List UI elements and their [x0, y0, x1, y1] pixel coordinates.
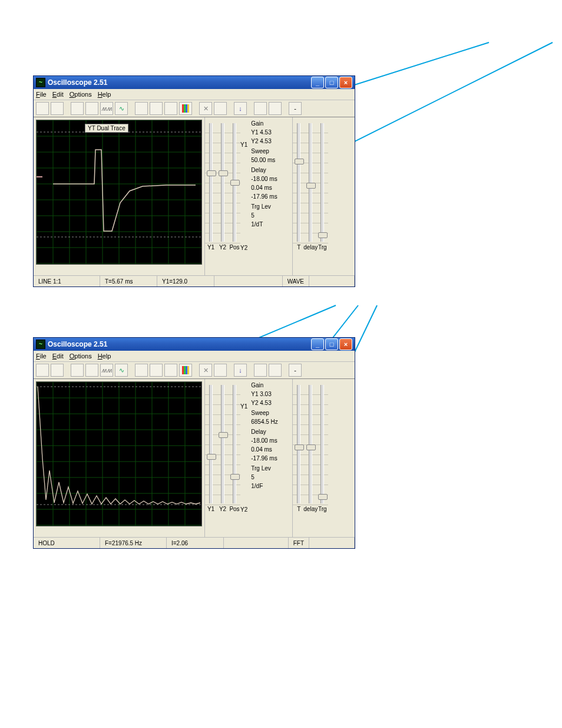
toolbar-button[interactable] [135, 102, 148, 115]
y2-gain-value: Y2 4.53 [251, 399, 291, 407]
scope-display[interactable]: YT Dual Trace [36, 120, 202, 265]
color-bars-icon[interactable] [179, 102, 192, 115]
trigger-header: Trg Lev [251, 465, 291, 473]
trigger-slider[interactable]: Trg [318, 120, 327, 252]
delay-slider[interactable]: delay [306, 381, 315, 513]
delay-value-1: -18.00 ms [251, 175, 291, 183]
statusbar: LINE 1:1 T=5.67 ms Y1=129.0 WAVE [34, 275, 355, 286]
app-icon: ~ [36, 78, 45, 87]
sine-wave-icon[interactable]: ∿ [115, 102, 128, 115]
toolbar-button[interactable] [85, 364, 98, 377]
oscilloscope-window-1: ~ Oscilloscope 2.51 _ □ × File Edit Opti… [33, 75, 355, 287]
delay-header: Delay [251, 428, 291, 436]
toolbar-button[interactable] [214, 364, 227, 377]
sine-wave-icon[interactable]: ∿ [115, 364, 128, 377]
toolbar-button[interactable] [214, 102, 227, 115]
toolbar-button[interactable] [164, 102, 177, 115]
trigger-value: 5 [251, 212, 291, 220]
y2-gain-value: Y2 4.53 [251, 137, 291, 146]
time-panel: T delay Trg [292, 117, 328, 275]
scope-display[interactable] [36, 381, 202, 526]
down-arrow-icon[interactable]: ↓ [234, 364, 247, 377]
toolbar-button[interactable]: - [289, 102, 302, 115]
status-displaymode: FFT [289, 538, 309, 548]
menu-help[interactable]: Help [98, 91, 111, 98]
crosshair-icon[interactable]: ✕ [199, 102, 212, 115]
toolbar-button[interactable] [36, 102, 49, 115]
crosshair-icon[interactable]: ✕ [199, 364, 212, 377]
y1-gain-value: Y1 3.03 [251, 390, 291, 398]
trigger-slider[interactable]: Trg [318, 381, 327, 513]
svg-line-1 [322, 42, 553, 158]
y1-gain-slider[interactable]: Y1 [206, 120, 216, 252]
toolbar-button[interactable] [150, 102, 163, 115]
timebase-slider[interactable]: T [294, 381, 303, 513]
delay-value-3: -17.96 ms [251, 193, 291, 201]
inv-df-label: 1/dF [251, 482, 291, 490]
maximize-button[interactable]: □ [325, 77, 338, 88]
app-icon: ~ [36, 340, 45, 349]
delay-header: Delay [251, 166, 291, 174]
toolbar-button[interactable] [71, 102, 84, 115]
menubar: File Edit Options Help [34, 351, 355, 362]
toolbar-button[interactable]: - [289, 364, 302, 377]
menu-options[interactable]: Options [70, 353, 92, 360]
toolbar: ʍʍ ∿ ✕ ↓ - [34, 100, 355, 117]
toolbar-button[interactable] [150, 364, 163, 377]
toolbar-button[interactable] [51, 364, 64, 377]
delay-value-2: 0.04 ms [251, 184, 291, 192]
status-time: T=5.67 ms [100, 276, 157, 286]
sweep-header: Sweep [251, 409, 291, 417]
trigger-value: 5 [251, 473, 291, 482]
delay-value-2: 0.04 ms [251, 446, 291, 454]
toolbar-button[interactable] [36, 364, 49, 377]
titlebar[interactable]: ~ Oscilloscope 2.51 _ □ × [34, 76, 355, 89]
menu-file[interactable]: File [36, 91, 47, 98]
trace-mode-label: YT Dual Trace [85, 124, 128, 133]
menu-edit[interactable]: Edit [52, 91, 64, 98]
pos-slider[interactable]: Pos [230, 381, 239, 513]
menu-options[interactable]: Options [70, 91, 92, 98]
gain-header: Gain [251, 381, 291, 390]
toolbar-button[interactable] [164, 364, 177, 377]
y2-gain-slider[interactable]: Y2 [218, 120, 227, 252]
gain-panel: Y1 Y2 Pos Y1Y2 [204, 379, 250, 537]
square-wave-icon[interactable]: ʍʍ [100, 364, 113, 377]
menu-help[interactable]: Help [98, 353, 111, 360]
menu-edit[interactable]: Edit [52, 353, 64, 360]
readout-panel: Gain Y1 4.53 Y2 4.53 Sweep 50.00 ms Dela… [250, 117, 292, 275]
status-i: I=2.06 [167, 538, 224, 548]
close-button[interactable]: × [339, 77, 352, 88]
minimize-button[interactable]: _ [311, 77, 324, 88]
titlebar[interactable]: ~ Oscilloscope 2.51 _ □ × [34, 338, 355, 351]
toolbar-button[interactable] [254, 102, 267, 115]
window-title: Oscilloscope 2.51 [48, 340, 107, 348]
gain-panel: Y1 Y2 Pos Y1Y2 [204, 117, 250, 275]
color-bars-icon[interactable] [179, 364, 192, 377]
toolbar-button[interactable] [269, 102, 282, 115]
y1-gain-slider[interactable]: Y1 [206, 381, 216, 513]
down-arrow-icon[interactable]: ↓ [234, 102, 247, 115]
status-freq: F=21976.5 Hz [100, 538, 167, 548]
time-panel: T delay Trg [292, 379, 328, 537]
toolbar-button[interactable] [71, 364, 84, 377]
toolbar-button[interactable] [135, 364, 148, 377]
toolbar-button[interactable] [85, 102, 98, 115]
timebase-slider[interactable]: T [294, 120, 303, 252]
menu-file[interactable]: File [36, 353, 47, 360]
gain-header: Gain [251, 120, 291, 128]
pos-slider[interactable]: Pos [230, 120, 239, 252]
toolbar-button[interactable] [269, 364, 282, 377]
sweep-header: Sweep [251, 147, 291, 156]
maximize-button[interactable]: □ [325, 338, 338, 350]
y2-gain-slider[interactable]: Y2 [218, 381, 227, 513]
trigger-header: Trg Lev [251, 203, 291, 211]
close-button[interactable]: × [339, 338, 352, 350]
toolbar-button[interactable] [51, 102, 64, 115]
delay-slider[interactable]: delay [306, 120, 315, 252]
toolbar-button[interactable] [254, 364, 267, 377]
minimize-button[interactable]: _ [311, 338, 324, 350]
y1-gain-value: Y1 4.53 [251, 129, 291, 137]
status-mode: LINE 1:1 [34, 276, 100, 286]
square-wave-icon[interactable]: ʍʍ [100, 102, 113, 115]
